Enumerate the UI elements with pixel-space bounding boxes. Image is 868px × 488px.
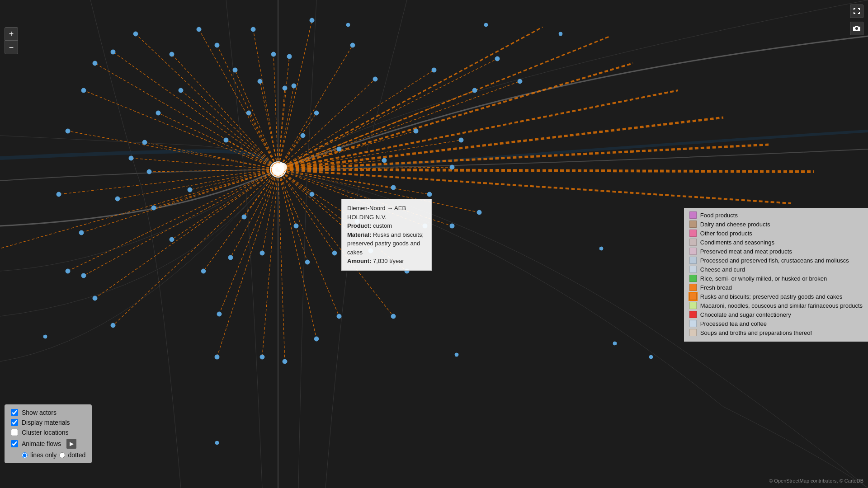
svg-point-132	[292, 84, 296, 88]
svg-point-101	[337, 147, 341, 151]
legend-item: Dairy and cheese products	[689, 221, 863, 228]
tooltip-material-label: Material:	[347, 231, 371, 238]
animate-flows-row: Animate flows ▶	[11, 439, 85, 449]
svg-point-92	[142, 140, 147, 145]
legend-color-swatch	[689, 302, 697, 309]
svg-point-107	[459, 138, 463, 142]
legend-item: Food products	[689, 211, 863, 219]
svg-point-152	[484, 23, 488, 27]
display-materials-checkbox[interactable]	[11, 419, 18, 426]
legend-color-swatch	[689, 221, 697, 228]
legend-color-swatch	[689, 311, 697, 318]
legend-item: Rice, semi- or wholly milled, or husked …	[689, 275, 863, 282]
svg-point-91	[93, 61, 97, 66]
svg-point-83	[81, 88, 86, 93]
svg-point-129	[258, 79, 262, 84]
svg-point-159	[613, 342, 617, 345]
show-actors-label[interactable]: Show actors	[22, 409, 57, 416]
zoom-in-button[interactable]: +	[5, 27, 18, 41]
svg-point-155	[215, 441, 219, 445]
lines-only-radio[interactable]	[22, 452, 28, 458]
legend-item-label: Macaroni, noodles, couscous and similar …	[700, 302, 863, 309]
dotted-radio[interactable]	[59, 452, 65, 458]
map-container: + − Diemen-Noord → AEB HOLDING N.V. Prod…	[0, 0, 868, 488]
zoom-out-button[interactable]: −	[5, 41, 18, 54]
svg-point-156	[455, 353, 458, 357]
svg-point-97	[81, 273, 86, 278]
svg-point-98	[111, 323, 115, 328]
animate-next-button[interactable]: ▶	[66, 439, 76, 449]
legend-item: Preserved meat and meat products	[689, 248, 863, 255]
legend-item: Cheese and curd	[689, 266, 863, 273]
controls-panel: Show actors Display materials Cluster lo…	[5, 404, 92, 463]
legend-item-label: Cheese and curd	[700, 266, 745, 273]
legend-color-swatch	[689, 239, 697, 246]
svg-point-104	[391, 185, 396, 190]
show-actors-checkbox[interactable]	[11, 409, 18, 416]
svg-point-144	[450, 224, 454, 228]
svg-point-111	[350, 43, 355, 47]
legend-color-swatch	[689, 293, 697, 300]
screenshot-button[interactable]	[850, 22, 863, 35]
svg-point-100	[217, 312, 222, 316]
svg-point-124	[156, 111, 160, 115]
svg-point-153	[559, 32, 562, 36]
display-materials-label[interactable]: Display materials	[22, 419, 70, 426]
legend-item: Condiments and seasonings	[689, 239, 863, 246]
legend-color-swatch	[689, 266, 697, 273]
svg-point-137	[242, 215, 246, 219]
svg-point-136	[260, 251, 264, 255]
legend-item-label: Rusks and biscuits; preserved pastry goo…	[700, 293, 842, 300]
svg-point-112	[310, 18, 314, 23]
svg-point-94	[115, 197, 120, 201]
svg-point-87	[233, 68, 237, 72]
svg-point-142	[93, 296, 97, 300]
show-actors-row: Show actors	[11, 409, 85, 416]
zoom-controls: + −	[5, 27, 18, 54]
svg-point-150	[260, 355, 264, 359]
svg-point-128	[246, 111, 251, 115]
animate-flows-checkbox[interactable]	[11, 440, 18, 447]
legend-item: Other food products	[689, 230, 863, 237]
svg-point-154	[43, 335, 47, 338]
svg-point-95	[79, 230, 84, 235]
svg-point-125	[147, 169, 151, 174]
svg-point-157	[599, 247, 603, 250]
svg-point-122	[518, 79, 522, 84]
svg-point-108	[472, 88, 477, 93]
svg-point-158	[649, 355, 653, 359]
attribution: © OpenStreetMap contributors, © CartoDB	[769, 478, 863, 483]
svg-point-113	[283, 86, 287, 90]
tooltip-product-value: custom	[373, 222, 392, 229]
svg-point-141	[151, 206, 156, 210]
legend-item-label: Soups and broths and preparations thereo…	[700, 329, 812, 336]
legend-color-swatch	[689, 257, 697, 264]
svg-point-93	[129, 156, 133, 160]
svg-point-134	[310, 192, 314, 197]
legend-item-label: Dairy and cheese products	[700, 221, 770, 228]
svg-point-110	[373, 77, 377, 81]
svg-point-106	[450, 165, 454, 169]
fullscreen-button[interactable]	[850, 5, 863, 18]
svg-point-126	[188, 188, 192, 192]
legend-item: Processed tea and coffee	[689, 320, 863, 327]
svg-point-96	[57, 192, 61, 197]
legend-item: Fresh bread	[689, 284, 863, 291]
svg-point-123	[179, 88, 183, 93]
dotted-label: dotted	[68, 451, 85, 459]
legend-item-label: Processed and preserved fish, crustacean…	[700, 257, 849, 264]
cluster-locations-checkbox[interactable]	[11, 429, 18, 436]
legend-item-label: Rice, semi- or wholly milled, or husked …	[700, 275, 827, 282]
cluster-locations-label[interactable]: Cluster locations	[22, 429, 69, 436]
legend-item: Macaroni, noodles, couscous and similar …	[689, 302, 863, 309]
svg-point-151	[346, 23, 350, 27]
animate-flows-label[interactable]: Animate flows	[22, 440, 61, 447]
svg-point-103	[414, 129, 418, 133]
svg-point-135	[294, 224, 298, 228]
tooltip-material-row: Material: Rusks and biscuits; preserved …	[347, 230, 426, 257]
svg-point-114	[314, 111, 319, 115]
cluster-locations-row: Cluster locations	[11, 429, 85, 436]
legend-color-swatch	[689, 275, 697, 282]
display-materials-row: Display materials	[11, 419, 85, 426]
svg-point-82	[111, 50, 115, 54]
